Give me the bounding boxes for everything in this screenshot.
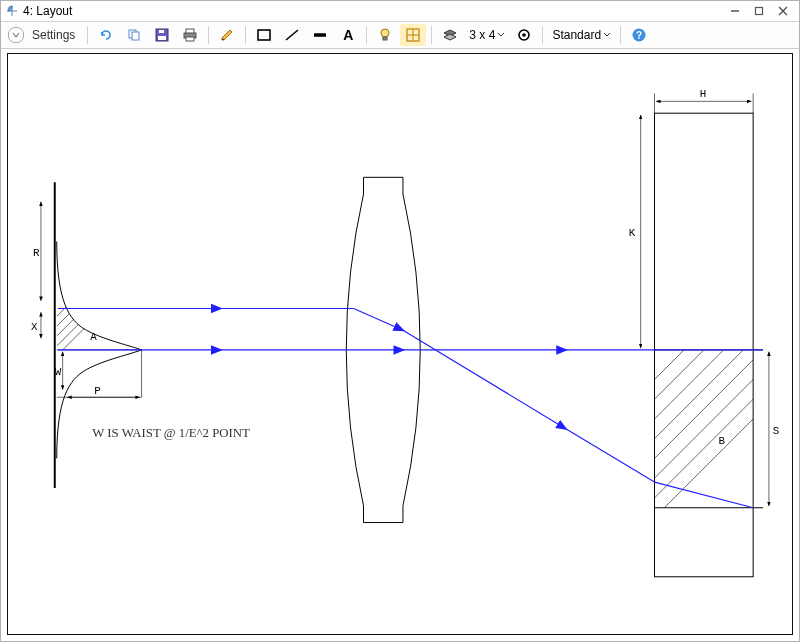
chevron-down-icon [497, 31, 505, 39]
label-K: K [629, 227, 636, 239]
label-A: A [90, 331, 97, 343]
svg-point-17 [381, 29, 389, 37]
svg-line-41 [645, 350, 783, 488]
svg-rect-3 [756, 8, 763, 15]
settings-label: Settings [28, 28, 79, 42]
text-tool-button[interactable]: A [335, 24, 361, 46]
svg-line-43 [645, 310, 783, 448]
chevron-down-icon [8, 27, 24, 43]
svg-rect-18 [383, 37, 387, 40]
help-button[interactable]: ? [626, 24, 652, 46]
svg-line-31 [53, 212, 162, 321]
svg-line-56 [403, 330, 566, 429]
label-S: S [773, 425, 780, 437]
target-tool-button[interactable] [511, 24, 537, 46]
print-button[interactable] [177, 24, 203, 46]
grid-size-dropdown[interactable]: 3 x 4 [465, 28, 509, 42]
app-icon [5, 4, 19, 18]
pencil-tool-button[interactable] [214, 24, 240, 46]
rectangle-tool-button[interactable] [251, 24, 277, 46]
svg-rect-10 [159, 30, 164, 33]
svg-line-15 [286, 30, 298, 40]
svg-line-44 [645, 291, 783, 429]
svg-rect-13 [186, 37, 194, 41]
lamp-tool-button[interactable] [372, 24, 398, 46]
line-tool-button[interactable] [279, 24, 305, 46]
style-dropdown[interactable]: Standard [548, 28, 615, 42]
svg-rect-12 [186, 29, 194, 33]
svg-rect-9 [158, 36, 166, 40]
svg-line-30 [53, 222, 162, 331]
label-R: R [33, 247, 40, 259]
svg-rect-14 [258, 30, 270, 40]
restore-button[interactable] [747, 2, 771, 20]
layout-diagram: R X A W P W IS WAIST @ 1/E^2 POINT [8, 54, 792, 634]
minimize-button[interactable] [723, 2, 747, 20]
settings-dropdown[interactable]: Settings [5, 26, 82, 44]
waist-note: W IS WAIST @ 1/E^2 POINT [92, 426, 250, 440]
svg-text:?: ? [636, 30, 642, 41]
titlebar: 4: Layout [1, 1, 799, 22]
window-title: 4: Layout [23, 4, 72, 18]
svg-line-57 [566, 429, 655, 482]
chevron-down-icon [603, 31, 611, 39]
svg-rect-7 [132, 32, 139, 40]
svg-line-46 [645, 251, 783, 389]
svg-line-58 [654, 482, 753, 508]
label-X: X [31, 321, 38, 333]
label-B: B [719, 435, 726, 447]
window-root: 4: Layout Settings [0, 0, 800, 642]
close-button[interactable] [771, 2, 795, 20]
svg-line-27 [53, 251, 162, 360]
style-label: Standard [552, 28, 601, 42]
save-button[interactable] [149, 24, 175, 46]
canvas-frame: R X A W P W IS WAIST @ 1/E^2 POINT [7, 53, 793, 635]
svg-line-42 [645, 330, 783, 468]
svg-line-29 [53, 232, 162, 341]
label-W: W [55, 366, 62, 378]
grid-size-label: 3 x 4 [469, 28, 495, 42]
canvas-area[interactable]: R X A W P W IS WAIST @ 1/E^2 POINT [1, 49, 799, 641]
label-H: H [700, 88, 707, 100]
label-P: P [94, 385, 101, 397]
grid-tool-button[interactable] [400, 24, 426, 46]
thickline-tool-button[interactable] [307, 24, 333, 46]
copy-button[interactable] [121, 24, 147, 46]
svg-line-39 [645, 389, 783, 527]
refresh-button[interactable] [93, 24, 119, 46]
svg-line-45 [645, 271, 783, 409]
svg-line-28 [53, 241, 162, 350]
toolbar: Settings [1, 22, 799, 49]
svg-line-40 [645, 370, 783, 508]
svg-line-55 [354, 308, 403, 330]
layers-button[interactable] [437, 24, 463, 46]
svg-point-23 [523, 33, 527, 37]
